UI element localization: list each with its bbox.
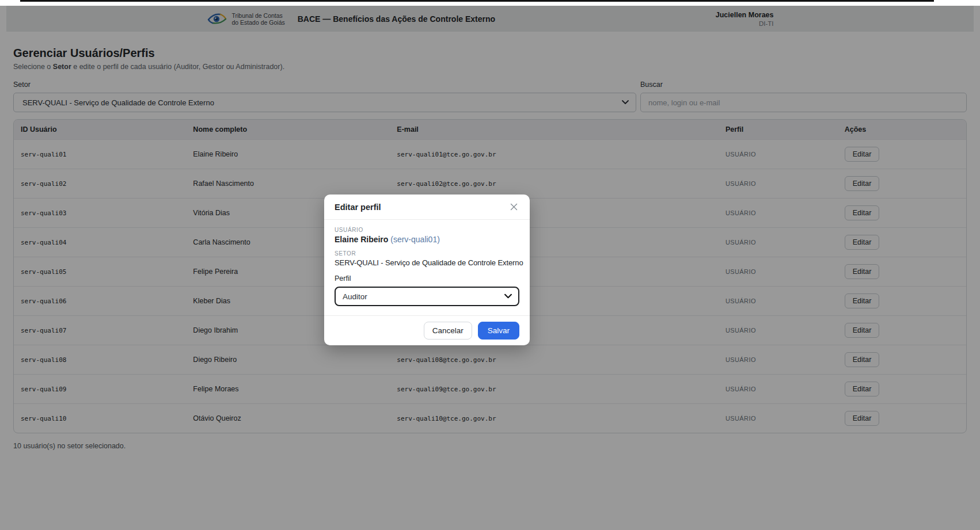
modal-sector-value: SERV-QUALI - Serviço de Qualidade de Con… [335, 258, 519, 267]
modal-body: USUÁRIO Elaine Ribeiro (serv-quali01) SE… [324, 220, 530, 315]
profile-select[interactable]: Auditor [335, 287, 519, 306]
window-top-edge [20, 0, 934, 2]
save-button[interactable]: Salvar [478, 322, 519, 340]
modal-user-label: USUÁRIO [335, 227, 519, 233]
edit-profile-modal: Editar perfil USUÁRIO Elaine Ribeiro (se… [324, 195, 530, 345]
modal-user-name: Elaine Ribeiro [335, 235, 388, 244]
cancel-button[interactable]: Cancelar [424, 322, 472, 340]
modal-user-line: Elaine Ribeiro (serv-quali01) [335, 235, 519, 244]
modal-title: Editar perfil [335, 203, 381, 212]
modal-sector-label: SETOR [335, 250, 519, 257]
modal-header: Editar perfil [324, 195, 530, 220]
close-icon[interactable] [508, 201, 519, 212]
modal-footer: Cancelar Salvar [324, 315, 530, 345]
window-chrome-strip [0, 0, 980, 6]
modal-user-login: (serv-quali01) [390, 235, 440, 244]
modal-profile-label: Perfil [335, 274, 519, 283]
